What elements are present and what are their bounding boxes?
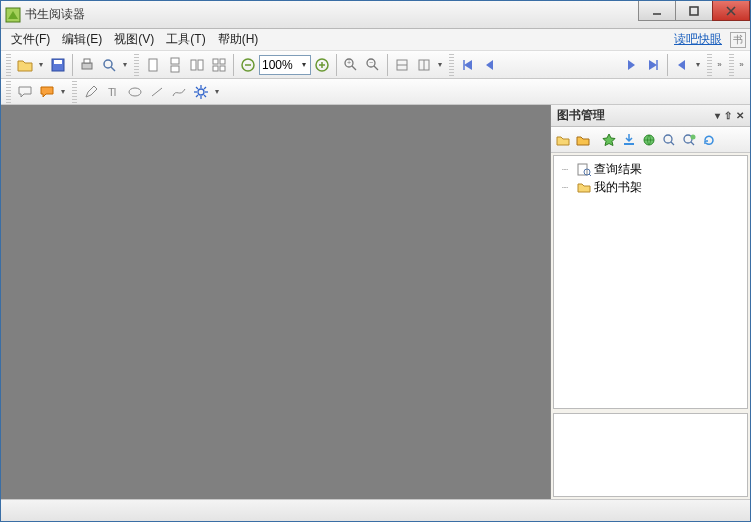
dropdown-icon[interactable]: ▾ [58, 81, 67, 103]
panel-close-icon[interactable]: ✕ [736, 110, 744, 121]
panel-search-web-icon[interactable] [679, 130, 699, 150]
zoom-combo[interactable]: ▾ [259, 55, 311, 75]
svg-line-47 [204, 95, 206, 97]
folder-icon [576, 179, 592, 195]
svg-line-26 [352, 66, 356, 70]
minimize-button[interactable] [638, 1, 676, 21]
last-page-icon[interactable] [642, 54, 664, 76]
panel-pin-icon[interactable]: ⇧ [724, 110, 732, 121]
speech-bubble-fill-icon[interactable] [36, 81, 58, 103]
app-window: 书生阅读器 文件(F) 编辑(E) 视图(V) 工具(T) 帮助(H) 读吧快眼… [0, 0, 751, 522]
zoom-in-tool-icon[interactable]: + [340, 54, 362, 76]
document-view[interactable] [1, 105, 550, 499]
menu-file[interactable]: 文件(F) [5, 29, 56, 50]
panel-globe-icon[interactable] [639, 130, 659, 150]
panel-open-folder-icon[interactable] [553, 130, 573, 150]
text-tool-icon[interactable]: T [102, 81, 124, 103]
panel-search-icon[interactable] [659, 130, 679, 150]
page-continuous-icon[interactable] [164, 54, 186, 76]
page-single-icon[interactable] [142, 54, 164, 76]
overflow-icon[interactable]: » [737, 54, 746, 76]
side-panel: 图书管理 ▾ ⇧ ✕ ┈ [550, 105, 750, 499]
window-title: 书生阅读器 [25, 6, 85, 23]
fit-width-icon[interactable] [391, 54, 413, 76]
ellipse-tool-icon[interactable] [124, 81, 146, 103]
page-facing-icon[interactable] [186, 54, 208, 76]
svg-text:+: + [347, 59, 351, 66]
toolbar-annotations: ▾ T ▾ [1, 79, 750, 105]
svg-point-52 [664, 135, 672, 143]
book-toggle-icon[interactable]: 书 [730, 32, 746, 48]
separator-icon [336, 54, 337, 76]
prev-page-icon[interactable] [479, 54, 501, 76]
svg-line-46 [196, 87, 198, 89]
status-bar [1, 499, 750, 521]
first-page-icon[interactable] [457, 54, 479, 76]
gear-icon[interactable] [190, 81, 212, 103]
zoom-out-tool-icon[interactable]: − [362, 54, 384, 76]
panel-title: 图书管理 [557, 107, 605, 124]
pen-icon[interactable] [80, 81, 102, 103]
quick-eye-link[interactable]: 读吧快眼 [674, 31, 726, 48]
zoom-in-icon[interactable] [311, 54, 333, 76]
print-icon[interactable] [76, 54, 98, 76]
title-bar: 书生阅读器 [1, 1, 750, 29]
menu-help[interactable]: 帮助(H) [212, 29, 265, 50]
dropdown-icon[interactable]: ▾ [435, 54, 444, 76]
svg-line-40 [152, 88, 162, 96]
close-button[interactable] [712, 1, 750, 21]
nav-back-icon[interactable] [671, 54, 693, 76]
svg-text:T: T [108, 86, 115, 98]
dropdown-icon[interactable]: ▾ [693, 54, 702, 76]
zoom-out-icon[interactable] [237, 54, 259, 76]
speech-bubble-icon[interactable] [14, 81, 36, 103]
save-icon[interactable] [47, 54, 69, 76]
open-file-icon[interactable] [14, 54, 36, 76]
library-tree[interactable]: ┈ 查询结果 ┈ 我的书架 [553, 155, 748, 409]
separator-icon [667, 54, 668, 76]
page-grid-icon[interactable] [208, 54, 230, 76]
search-icon[interactable] [98, 54, 120, 76]
tree-node-label: 查询结果 [594, 161, 642, 178]
menu-tool[interactable]: 工具(T) [160, 29, 211, 50]
freehand-tool-icon[interactable] [168, 81, 190, 103]
svg-rect-15 [198, 60, 203, 70]
svg-rect-12 [171, 58, 179, 64]
svg-rect-14 [191, 60, 196, 70]
separator-icon [387, 54, 388, 76]
zoom-value-input[interactable] [262, 58, 300, 72]
svg-rect-50 [624, 143, 634, 145]
svg-rect-6 [54, 60, 62, 64]
separator-icon [72, 54, 73, 76]
maximize-button[interactable] [675, 1, 713, 21]
panel-download-icon[interactable] [619, 130, 639, 150]
next-page-icon[interactable] [620, 54, 642, 76]
dropdown-icon[interactable]: ▾ [120, 54, 129, 76]
search-result-icon [576, 161, 592, 177]
tree-connector-icon: ┈ [562, 182, 574, 193]
svg-point-41 [198, 89, 204, 95]
menu-view[interactable]: 视图(V) [108, 29, 160, 50]
svg-line-59 [589, 174, 591, 176]
dropdown-icon[interactable]: ▾ [36, 54, 45, 76]
panel-open-folder2-icon[interactable] [573, 130, 593, 150]
overflow-icon[interactable]: » [715, 54, 724, 76]
line-tool-icon[interactable] [146, 81, 168, 103]
dropdown-icon[interactable]: ▾ [212, 81, 221, 103]
svg-rect-16 [213, 59, 218, 64]
svg-rect-17 [220, 59, 225, 64]
tree-node-my-shelf[interactable]: ┈ 我的书架 [556, 178, 745, 196]
panel-refresh-icon[interactable] [699, 130, 719, 150]
panel-details-box [553, 413, 748, 497]
svg-line-55 [691, 142, 694, 145]
svg-rect-18 [213, 66, 218, 71]
svg-point-39 [129, 88, 141, 96]
fit-page-icon[interactable] [413, 54, 435, 76]
panel-menu-arrow-icon[interactable]: ▾ [715, 110, 720, 121]
tree-node-label: 我的书架 [594, 179, 642, 196]
panel-favorite-icon[interactable] [599, 130, 619, 150]
tree-node-search-results[interactable]: ┈ 查询结果 [556, 160, 745, 178]
svg-line-53 [671, 142, 674, 145]
menu-edit[interactable]: 编辑(E) [56, 29, 108, 50]
chevron-down-icon[interactable]: ▾ [300, 60, 308, 69]
